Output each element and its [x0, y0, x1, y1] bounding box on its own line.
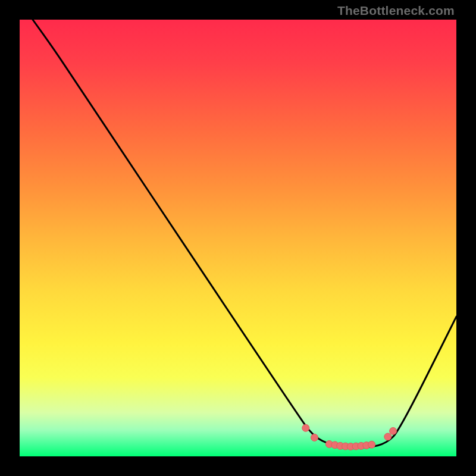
chart-svg [20, 20, 456, 456]
curve-marker [390, 427, 397, 434]
chart-frame: TheBottleneck.com [0, 0, 476, 476]
attribution-label: TheBottleneck.com [337, 4, 455, 18]
curve-marker [384, 433, 392, 440]
curve-layer [33, 20, 456, 447]
bottleneck-curve-path [33, 20, 456, 447]
marker-layer [302, 424, 397, 450]
curve-marker [368, 441, 375, 448]
curve-marker [311, 434, 318, 441]
curve-marker [302, 424, 309, 431]
